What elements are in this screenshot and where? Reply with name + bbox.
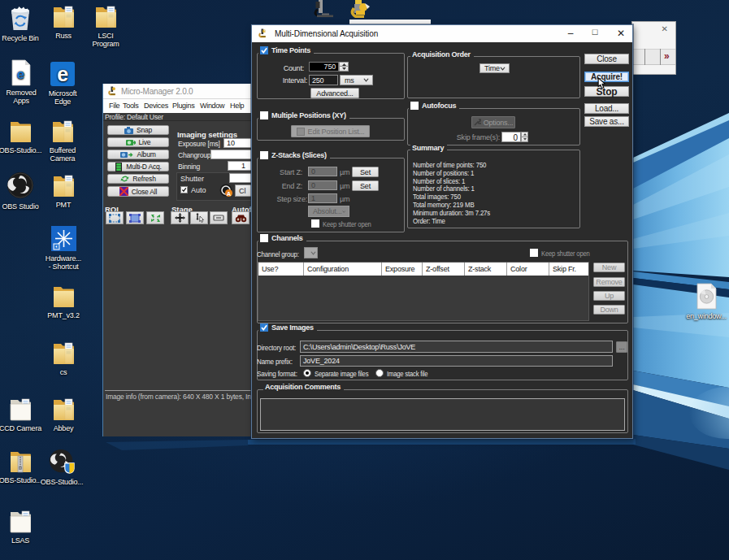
svg-text:e: e xyxy=(57,63,68,85)
svg-text:e: e xyxy=(17,67,24,82)
svg-text:A: A xyxy=(227,190,232,198)
